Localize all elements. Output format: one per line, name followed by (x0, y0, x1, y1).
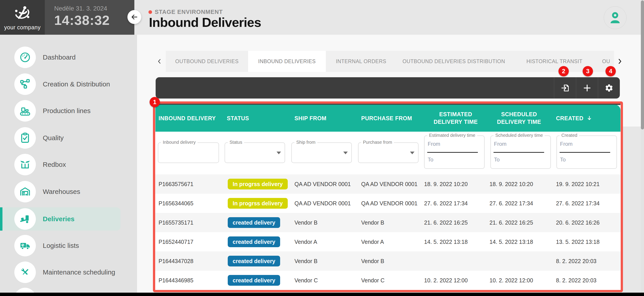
cell-created: 19. 9. 2022 10:21 (551, 174, 620, 194)
cell-purchase-from: QA AD VENDOR 0001 (358, 174, 424, 194)
filter-estimated-from-input[interactable] (428, 141, 481, 147)
back-button[interactable] (128, 10, 141, 24)
column-header-ship-from[interactable]: SHIP FROM (291, 105, 358, 132)
sidebar-item-dashboard[interactable]: Dashboard (0, 46, 137, 69)
sidebar-item-deliveries[interactable]: Deliveries (0, 207, 137, 230)
settings-button[interactable] (598, 77, 620, 98)
tab-outbound-deliveries-distribution[interactable]: OUTBOUND DELIVERIES DISTRIBUTION (396, 51, 511, 72)
clock-block: Neděle 31. 3. 2024 14:38:32 (45, 0, 134, 35)
column-header-inbound-delivery[interactable]: INBOUND DELIVERY (156, 105, 224, 132)
table-row[interactable]: P1655735171 created delivery Vendor B Ve… (156, 213, 620, 232)
export-button[interactable] (554, 77, 576, 98)
sidebar-item-label: Warehouses (43, 180, 80, 203)
user-avatar-button[interactable] (604, 6, 626, 29)
sidebar-item-redbox[interactable]: Redbox (0, 153, 137, 176)
table-row[interactable]: P1656344065 In progrss delivery QA AD VE… (156, 194, 620, 213)
column-header-purchase-from[interactable]: PURCHASE FROM (358, 105, 424, 132)
column-header-created[interactable]: CREATED (551, 105, 620, 132)
environment-label: STAGE ENVIRONMENT (155, 8, 223, 16)
tabs-scroll-left-button[interactable] (154, 51, 165, 72)
sidebar-item-maintenance-scheduling[interactable]: Maintenance scheduling (0, 260, 137, 284)
cell-status: created delivery (224, 252, 291, 271)
environment-indicator: STAGE ENVIRONMENT (148, 8, 223, 16)
sidebar-item-warehouses[interactable]: Warehouses (0, 180, 137, 203)
company-logo-icon (12, 4, 33, 23)
cell-scheduled: 18. 9. 2022 10:20 (487, 174, 551, 194)
sort-descending-icon (586, 115, 592, 121)
filter-estimated-to-input[interactable] (428, 156, 487, 163)
table-toolbar (156, 77, 620, 98)
status-badge: created delivery (228, 256, 280, 266)
cell-status: In progrss delivery (224, 174, 291, 194)
table-row[interactable]: P1663575671 In progrss delivery QA AD VE… (156, 174, 620, 194)
sidebar-item-label: Creation & Distribution (43, 72, 110, 96)
add-icon (582, 83, 592, 93)
table-row[interactable]: P1644346985 created delivery Vendor C Ve… (156, 271, 620, 290)
cell-purchase-from: Vendor A (358, 232, 424, 252)
annotation-badge-1: 1 (150, 97, 160, 107)
dropdown-caret-icon (410, 152, 414, 154)
status-badge: In progrss delivery (228, 179, 288, 190)
sidebar-item-label: Maintenance scheduling (43, 260, 115, 284)
column-header-estimated-delivery-time[interactable]: ESTIMATED DELIVERY TIME (424, 105, 487, 132)
conveyor-icon (19, 105, 31, 117)
tab-internal-orders[interactable]: INTERNAL ORDERS (326, 51, 396, 72)
sidebar-item-label: Quality (43, 126, 64, 150)
cell-inbound-delivery: P1663575671 (156, 174, 224, 194)
range-divider (560, 152, 610, 153)
filter-created-to-input[interactable] (560, 156, 620, 163)
cell-ship-from: QA AD VENDOR 0001 (291, 194, 358, 213)
annotation-badge-3: 3 (583, 66, 593, 76)
company-logo-block: your company (0, 0, 45, 35)
environment-dot-icon (148, 10, 152, 14)
filter-ship-from-select[interactable]: Ship from (291, 142, 352, 163)
cell-ship-from: Vendor C (291, 271, 358, 290)
clock-date: Neděle 31. 3. 2024 (54, 5, 134, 12)
status-badge: created delivery (228, 275, 280, 286)
page-title: Inbound Deliveries (149, 15, 261, 30)
sidebar-item-production-lines[interactable]: Production lines (0, 99, 137, 122)
sidebar-item-logistic-lists[interactable]: Logistic lists (0, 234, 137, 257)
sidebar-item-label: Production lines (43, 99, 90, 122)
cell-scheduled: 14. 5. 2022 13:18 (487, 232, 551, 252)
filter-scheduled-to-input[interactable] (494, 156, 554, 163)
annotation-badge-4: 4 (606, 66, 616, 76)
cell-ship-from: QA AD VENDOR 0001 (291, 174, 358, 194)
sidebar-item-label: Redbox (43, 153, 66, 176)
clock-time: 14:38:32 (54, 12, 134, 28)
add-button[interactable] (576, 77, 598, 98)
filter-inbound-delivery[interactable]: Inbound delivery (158, 142, 219, 163)
cell-estimated: 27. 6. 2022 17:34 (424, 194, 487, 213)
chevron-left-icon (156, 58, 162, 65)
table-row[interactable]: P1652440717 created delivery Vendor A Ve… (156, 232, 620, 252)
clipboard-check-icon (19, 132, 31, 144)
column-header-status[interactable]: STATUS (224, 105, 291, 132)
cell-inbound-delivery: P1644346985 (156, 271, 224, 290)
sidebar-item-creation-distribution[interactable]: Creation & Distribution (0, 72, 137, 96)
table-row[interactable]: P1644347028 created delivery Vendor B Ve… (156, 252, 620, 271)
filter-scheduled-from-input[interactable] (494, 141, 547, 147)
cell-estimated: 21. 6. 2022 16:25 (424, 213, 487, 232)
content-background-strip (623, 126, 641, 293)
cell-ship-from: Vendor A (291, 232, 358, 252)
tools-icon (19, 266, 31, 278)
cell-estimated (424, 252, 487, 271)
cell-inbound-delivery: P1655735171 (156, 213, 224, 232)
filter-created-from-input[interactable] (560, 141, 613, 147)
export-document-icon (561, 84, 570, 92)
table-filter-row: Inbound delivery Status Ship from Purcha… (156, 132, 620, 174)
sidebar-item-label: Logistic lists (43, 234, 79, 257)
cell-scheduled: 27. 6. 2022 17:34 (487, 194, 551, 213)
table-header-row: INBOUND DELIVERY STATUS SHIP FROM PURCHA… (156, 105, 620, 132)
tabs-scroll-right-button[interactable] (614, 51, 625, 72)
filter-status-select[interactable]: Status (224, 142, 285, 163)
column-header-scheduled-delivery-time[interactable]: SCHEDULED DELIVERY TIME (487, 105, 551, 132)
tab-inbound-deliveries[interactable]: INBOUND DELIVERIES (248, 51, 326, 72)
scrollbar-thumb[interactable] (641, 0, 644, 130)
sidebar-item-quality[interactable]: Quality (0, 126, 137, 150)
company-logo-text: your company (4, 24, 40, 31)
tab-outbound-deliveries[interactable]: OUTBOUND DELIVERIES (166, 51, 248, 72)
filter-purchase-from-select[interactable]: Purchase from (358, 142, 418, 163)
cell-scheduled: 10. 2. 2022 12:00 (487, 271, 551, 290)
status-badge: created delivery (228, 217, 280, 228)
